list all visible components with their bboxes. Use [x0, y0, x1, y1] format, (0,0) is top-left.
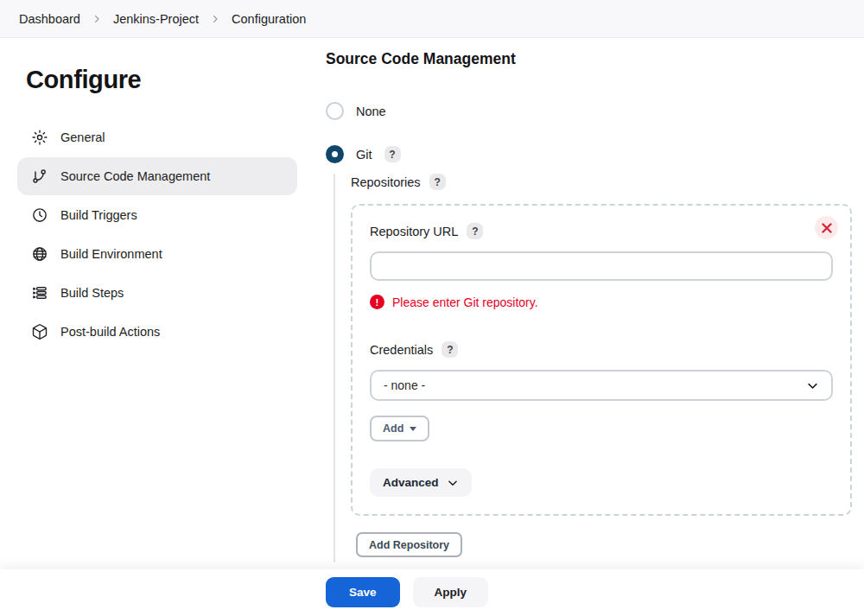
sidebar-item-general[interactable]: General — [17, 118, 297, 156]
sidebar-item-source-code-management[interactable]: Source Code Management — [17, 157, 297, 195]
breadcrumb-configuration[interactable]: Configuration — [232, 12, 306, 26]
help-icon[interactable]: ? — [384, 146, 401, 162]
validation-error: ! Please enter Git repository. — [370, 295, 833, 309]
page-title: Configure — [26, 66, 311, 94]
radio-checked-icon[interactable] — [326, 145, 344, 163]
section-heading: Source Code Management — [326, 50, 857, 68]
repository-url-label: Repository URL — [370, 225, 458, 238]
sidebar-item-post-build-actions[interactable]: Post-build Actions — [17, 313, 297, 351]
bottom-action-bar: Save Apply — [0, 569, 864, 616]
repository-url-input[interactable] — [370, 251, 833, 281]
apply-button[interactable]: Apply — [413, 577, 489, 607]
breadcrumb-dashboard[interactable]: Dashboard — [19, 12, 80, 26]
chevron-right-icon — [210, 14, 220, 24]
sidebar-item-label: Post-build Actions — [60, 325, 160, 339]
credentials-selected-value: - none - — [384, 378, 425, 392]
sidebar-item-label: Source Code Management — [60, 169, 210, 183]
error-icon: ! — [370, 295, 384, 309]
breadcrumb-project[interactable]: Jenkins-Project — [113, 12, 199, 26]
help-icon[interactable]: ? — [442, 341, 458, 358]
help-icon[interactable]: ? — [467, 223, 483, 239]
configure-menu: General Source Code Management Build Tri… — [17, 118, 297, 351]
caret-down-icon — [410, 427, 416, 431]
sidebar-item-label: General — [60, 130, 105, 144]
branch-icon — [31, 168, 48, 185]
credentials-select[interactable]: - none - — [370, 370, 833, 401]
sidebar-item-build-steps[interactable]: Build Steps — [17, 274, 297, 312]
configure-sidebar: Configure General Source Code Management… — [0, 38, 311, 352]
save-button[interactable]: Save — [326, 577, 400, 607]
remove-repository-button[interactable] — [815, 216, 838, 239]
scm-option-label: Git — [356, 148, 372, 162]
scm-option-none[interactable]: None — [326, 102, 857, 120]
repository-url-label-row: Repository URL ? — [370, 223, 833, 239]
close-icon — [822, 223, 832, 233]
sidebar-item-label: Build Environment — [60, 247, 162, 261]
credentials-label: Credentials — [370, 343, 433, 357]
add-credentials-button[interactable]: Add — [370, 416, 429, 441]
chevron-right-icon — [92, 14, 102, 24]
scm-config-panel: Source Code Management None Git ? Reposi… — [326, 38, 857, 562]
chevron-down-icon — [447, 477, 459, 489]
repositories-label: Repositories — [351, 175, 421, 189]
advanced-button[interactable]: Advanced — [370, 468, 472, 497]
add-repository-button[interactable]: Add Repository — [356, 532, 462, 557]
credentials-label-row: Credentials ? — [370, 341, 833, 358]
sidebar-item-build-triggers[interactable]: Build Triggers — [17, 196, 297, 234]
action-buttons: Save Apply — [326, 577, 488, 607]
repositories-label-row: Repositories ? — [351, 174, 857, 190]
globe-icon — [31, 245, 48, 263]
add-credentials-label: Add — [383, 422, 403, 435]
git-settings-section: Repositories ? Repository URL ? ! Please… — [334, 174, 857, 562]
advanced-label: Advanced — [383, 476, 439, 489]
scm-option-git[interactable]: Git ? — [326, 145, 857, 163]
repository-card: Repository URL ? ! Please enter Git repo… — [351, 204, 852, 516]
sidebar-item-build-environment[interactable]: Build Environment — [17, 235, 297, 273]
list-icon — [31, 284, 48, 302]
error-message: Please enter Git repository. — [392, 295, 538, 309]
breadcrumb: Dashboard Jenkins-Project Configuration — [0, 0, 864, 38]
help-icon[interactable]: ? — [429, 174, 446, 190]
gear-icon — [31, 129, 48, 146]
clock-icon — [31, 206, 48, 224]
scm-option-label: None — [356, 105, 386, 118]
sidebar-item-label: Build Triggers — [60, 208, 137, 222]
chevron-down-icon — [806, 379, 819, 392]
package-icon — [31, 323, 48, 340]
radio-unchecked-icon[interactable] — [326, 102, 344, 120]
sidebar-item-label: Build Steps — [60, 286, 124, 300]
